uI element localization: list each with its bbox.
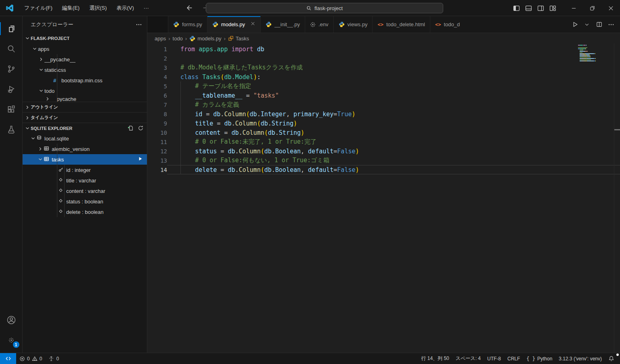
tree-item-bootstrap-min-css[interactable]: #bootstrap.min.css [23,75,147,86]
files-icon [7,24,16,33]
code-line-3[interactable]: 3 # db.Modelを継承したTasksクラスを作成 [147,63,620,72]
status-python-interpreter[interactable]: 3.12.3 ('venv': venv) [555,354,605,363]
tree-item-__pycache__[interactable]: __pycache__ [23,96,147,102]
tree-item-status-boolean[interactable]: status : boolean [23,196,147,207]
activity-settings[interactable]: 1 [0,330,23,350]
tab-views.py[interactable]: views.py [334,16,373,33]
ports-count: 0 [56,356,59,362]
menu-3[interactable]: 表示(V) [112,2,139,14]
minimap-line [578,58,614,59]
code-line-14[interactable]: 14 delete = db.Column(db.Boolean, defaul… [147,165,620,174]
activity-search[interactable] [0,39,23,59]
tab-__init__.py[interactable]: __init__.py [261,16,305,33]
tree-item-todo[interactable]: todo [23,86,147,96]
tree-item-tasks[interactable]: tasks [23,154,147,165]
status-cursor-position[interactable]: 行 14、列 50 [418,354,452,363]
status-eol-sequence[interactable]: CRLF [504,354,523,363]
tree-item-id-integer[interactable]: id : integer [23,165,147,175]
toggle-panel-button[interactable] [522,2,534,14]
run-dropdown-button[interactable] [582,20,592,29]
refresh-databases-button[interactable] [138,125,144,131]
error-icon [19,356,25,362]
status-encoding[interactable]: UTF-8 [484,354,504,363]
restore-button[interactable] [583,0,601,16]
remote-indicator[interactable] [0,353,16,364]
nav-back-button[interactable] [184,3,195,13]
menu-0[interactable]: ファイル(F) [19,2,57,14]
minimap[interactable] [578,44,614,62]
code-line-10[interactable]: 10 content = db.Column(db.String) [147,128,620,137]
problems-status[interactable]: 0 0 [16,354,45,363]
command-center-search[interactable]: flask-project [206,3,443,13]
beaker-icon [7,125,16,134]
close-window-button[interactable] [601,0,620,16]
breadcrumb-separator: › [168,36,171,42]
tree-item-apps[interactable]: apps [23,44,147,54]
sqlite-explorer-header[interactable]: SQLITE EXPLORER [23,123,147,133]
status-language-mode[interactable]: { }Python [523,354,555,363]
activity-source-control[interactable] [0,59,23,79]
status-indentation[interactable]: スペース: 4 [452,354,484,363]
toggle-secondary-sidebar-button[interactable] [534,2,547,14]
tree-item-local-sqlite[interactable]: local.sqlite [23,133,147,144]
line-number: 3 [147,65,167,71]
ports-status[interactable]: 0 [45,354,62,363]
code-line-13[interactable]: 13 # 0 or False:何もない, 1 or True:ゴミ箱 [147,156,620,165]
tab-todo_delete.html[interactable]: <>todo_delete.html [373,16,430,33]
menu-4[interactable]: ··· [139,2,154,14]
workbench: 1 エクスプローラー FLASK-PROJECT apps __pycache_… [0,16,620,353]
customize-layout-button[interactable] [547,2,559,14]
explorer-more-actions-icon[interactable] [136,21,142,28]
breadcrumb-todo[interactable]: todo [173,36,183,42]
split-editor-button[interactable] [594,20,604,29]
caret-down-icon [30,135,36,142]
tree-item-content-varchar[interactable]: content : varchar [23,186,147,196]
activity-accounts[interactable] [0,310,23,330]
tree-item-__pycache__[interactable]: __pycache__ [23,54,147,65]
minimap-line [578,50,614,50]
menu-1[interactable]: 編集(E) [57,2,84,14]
code-editor[interactable]: 1 from apps.app import db 2 3 # db.Model… [147,44,620,353]
breadcrumb-Tasks[interactable]: Tasks [228,36,249,42]
indent-guide [180,82,181,174]
tree-item-static-css[interactable]: static\css [23,65,147,75]
run-python-file-button[interactable] [570,20,580,29]
minimize-button[interactable] [564,0,583,16]
tree-item-delete-boolean[interactable]: delete : boolean [23,207,147,217]
menu-2[interactable]: 選択(S) [84,2,111,14]
tree-item-flask-project[interactable]: FLASK-PROJECT [23,33,147,44]
editor-more-actions-button[interactable] [606,20,616,29]
code-line-9[interactable]: 9 title = db.Column(db.String) [147,119,620,128]
close-tab-icon[interactable] [250,21,256,27]
activity-extensions[interactable] [0,99,23,119]
code-line-5[interactable]: 5 # テーブル名を指定 [147,82,620,91]
activity-testing[interactable] [0,119,23,140]
play-icon[interactable] [138,156,143,161]
tree-item-alembic_version[interactable]: alembic_version [23,144,147,154]
tab-models.py[interactable]: models.py [207,16,261,33]
code-line-1[interactable]: 1 from apps.app import db [147,44,620,54]
tab-forms.py[interactable]: forms.py [168,16,207,33]
breadcrumb-apps[interactable]: apps [155,36,166,42]
tab-.env[interactable]: .env [305,16,334,33]
tab-todo_d[interactable]: <>todo_d [430,16,465,33]
tree-item-title-varchar[interactable]: title : varchar [23,175,147,186]
code-line-4[interactable]: 4 class Tasks(db.Model): [147,72,620,82]
code-line-6[interactable]: 6 __tablename__ = "tasks" [147,91,620,100]
code-line-12[interactable]: 12 status = db.Column(db.Boolean, defaul… [147,146,620,156]
code-line-2[interactable]: 2 [147,54,620,63]
breadcrumb-models.py[interactable]: models.py [189,36,221,42]
key-icon [58,167,64,172]
section-0[interactable]: アウトライン [23,102,147,112]
activity-explorer[interactable] [0,19,23,39]
status-notifications[interactable] [605,354,618,363]
toggle-primary-sidebar-button[interactable] [510,2,522,14]
code-line-11[interactable]: 11 # 0 or False:未完了, 1 or True:完了 [147,137,620,146]
section-1[interactable]: タイムライン [23,112,147,123]
code-line-7[interactable]: 7 # カラムを定義 [147,100,620,109]
code-line-8[interactable]: 8 id = db.Column(db.Integer, primary_key… [147,109,620,119]
debug-icon [7,85,16,94]
gear-icon [8,337,14,343]
new-query-button[interactable] [128,125,134,131]
activity-run-and-debug[interactable] [0,79,23,99]
